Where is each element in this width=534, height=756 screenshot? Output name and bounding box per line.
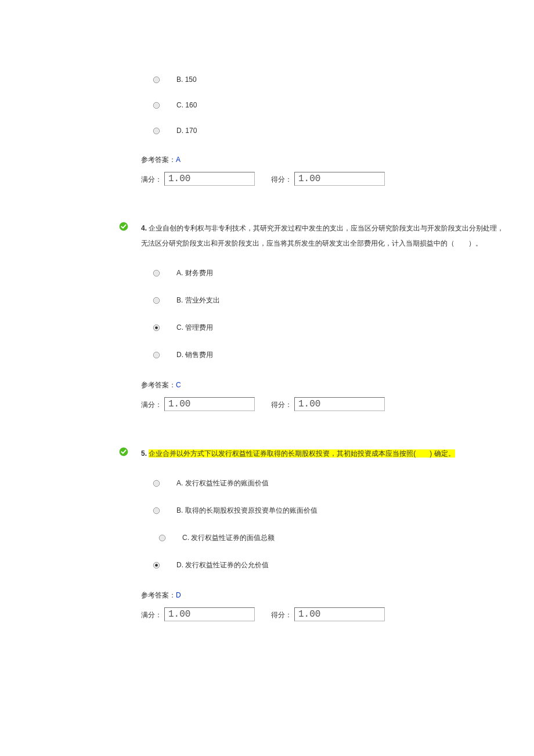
option-row-4-c[interactable]: C. 管理费用 [153, 323, 517, 333]
svg-point-19 [153, 480, 159, 486]
radio-icon [158, 534, 166, 542]
svg-point-21 [153, 507, 159, 513]
option-row-5-c[interactable]: C. 发行权益性证券的面值总额 [158, 533, 517, 543]
option-text: D. 发行权益性证券的公允价值 [176, 560, 269, 570]
full-score-label: 满分： [141, 175, 162, 186]
answer-label: 参考答案： [141, 591, 176, 599]
question-3: B. 150 C. 160 D. 170 参考答案：A 满分： 1.00 得分：… [0, 75, 534, 186]
score-row: 满分： 1.00 得分： 1.00 [141, 172, 517, 186]
svg-point-0 [153, 77, 159, 82]
radio-icon [153, 127, 160, 135]
svg-point-2 [153, 102, 159, 108]
obtained-score-label: 得分： [271, 400, 292, 411]
radio-icon [153, 76, 160, 84]
svg-point-4 [153, 128, 159, 134]
full-score-box: 1.00 [164, 607, 255, 621]
stem-text-a: 企业自创的专利权与非专利技术，其研究开发过程中发生的支出，应当区分研究阶段支出与… [149, 224, 504, 232]
option-row-4-d[interactable]: D. 销售费用 [153, 350, 517, 360]
score-row: 满分： 1.00 得分： 1.00 [141, 607, 517, 621]
stem-text-hl: 企业合并以外方式下以发行权益性证券取得的长期股权投资，其初始投资成本应当按照( … [149, 449, 454, 458]
full-score-box: 1.00 [164, 172, 255, 186]
obtained-score-label: 得分： [271, 610, 292, 621]
correct-check-icon [119, 222, 128, 231]
option-text: C. 160 [176, 101, 197, 109]
answer-value: C [176, 381, 181, 389]
question-number: 5. [141, 449, 147, 458]
option-text: A. 财务费用 [176, 268, 213, 278]
answer-line: 参考答案：D [141, 591, 517, 600]
obtained-score-box: 1.00 [294, 397, 385, 411]
svg-point-27 [155, 564, 158, 567]
svg-point-14 [155, 326, 158, 329]
question-number: 4. [141, 224, 147, 232]
answer-value: A [176, 156, 181, 164]
question-4-stem: 4. 企业自创的专利权与非专利技术，其研究开发过程中发生的支出，应当区分研究阶段… [141, 221, 517, 251]
svg-point-8 [153, 270, 159, 276]
option-text: B. 150 [176, 75, 197, 84]
svg-point-15 [153, 352, 159, 358]
radio-selected-icon [153, 561, 160, 569]
answer-line: 参考答案：A [141, 155, 517, 165]
radio-icon [153, 102, 160, 109]
answer-label: 参考答案： [141, 156, 176, 164]
full-score-label: 满分： [141, 400, 162, 411]
question-5-stem: 5. 企业合并以外方式下以发行权益性证券取得的长期股权投资，其初始投资成本应当按… [141, 446, 517, 461]
option-text: C. 管理费用 [176, 323, 213, 333]
option-row-5-b[interactable]: B. 取得的长期股权投资原投资单位的账面价值 [153, 506, 517, 516]
option-text: D. 170 [176, 127, 197, 135]
radio-icon [153, 351, 160, 359]
radio-icon [153, 297, 160, 304]
full-score-box: 1.00 [164, 397, 255, 411]
option-row-3-b[interactable]: B. 150 [153, 75, 517, 84]
radio-icon [153, 269, 160, 277]
question-5: 5. 企业合并以外方式下以发行权益性证券取得的长期股权投资，其初始投资成本应当按… [0, 446, 534, 621]
answer-value: D [176, 591, 181, 599]
option-text: C. 发行权益性证券的面值总额 [182, 533, 275, 543]
radio-icon [153, 507, 160, 514]
option-row-4-a[interactable]: A. 财务费用 [153, 268, 517, 278]
option-text: D. 销售费用 [176, 350, 213, 360]
answer-label: 参考答案： [141, 381, 176, 389]
stem-text-b: 无法区分研究阶段支出和开发阶段支出，应当将其所发生的研发支出全部费用化，计入当期… [141, 239, 482, 247]
question-3-content: B. 150 C. 160 D. 170 参考答案：A 满分： 1.00 得分：… [141, 75, 517, 186]
full-score-label: 满分： [141, 610, 162, 621]
question-5-content: 5. 企业合并以外方式下以发行权益性证券取得的长期股权投资，其初始投资成本应当按… [141, 446, 517, 621]
obtained-score-label: 得分： [271, 175, 292, 186]
option-row-3-d[interactable]: D. 170 [153, 127, 517, 135]
radio-selected-icon [153, 324, 160, 332]
obtained-score-box: 1.00 [294, 607, 385, 621]
option-row-5-d[interactable]: D. 发行权益性证券的公允价值 [153, 560, 517, 570]
svg-point-23 [159, 535, 165, 541]
option-row-3-c[interactable]: C. 160 [153, 101, 517, 109]
question-4: 4. 企业自创的专利权与非专利技术，其研究开发过程中发生的支出，应当区分研究阶段… [0, 221, 534, 411]
option-row-5-a[interactable]: A. 发行权益性证券的账面价值 [153, 478, 517, 488]
question-4-content: 4. 企业自创的专利权与非专利技术，其研究开发过程中发生的支出，应当区分研究阶段… [141, 221, 517, 411]
svg-point-10 [153, 297, 159, 303]
answer-line: 参考答案：C [141, 380, 517, 390]
score-row: 满分： 1.00 得分： 1.00 [141, 397, 517, 411]
option-text: B. 营业外支出 [176, 296, 220, 305]
correct-check-icon [119, 447, 128, 456]
radio-icon [153, 480, 160, 487]
obtained-score-box: 1.00 [294, 172, 385, 186]
option-text: B. 取得的长期股权投资原投资单位的账面价值 [176, 506, 317, 516]
option-text: A. 发行权益性证券的账面价值 [176, 478, 269, 488]
option-row-4-b[interactable]: B. 营业外支出 [153, 296, 517, 305]
